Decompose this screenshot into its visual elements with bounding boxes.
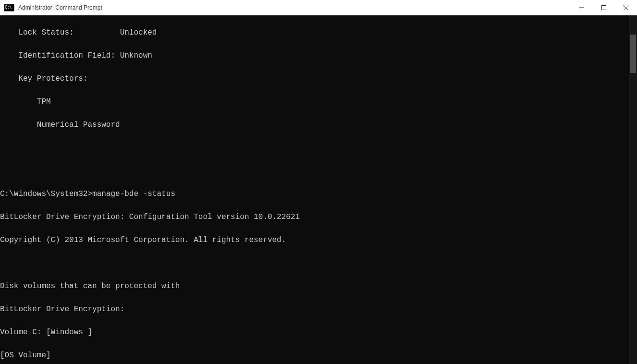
output-line: Identification Field: Unknown	[0, 50, 629, 61]
output-line: Volume C: [Windows ]	[0, 327, 629, 338]
window-title: Administrator: Command Prompt	[18, 4, 102, 11]
info-line: BitLocker Drive Encryption:	[0, 305, 124, 314]
output-line: [OS Volume]	[0, 350, 629, 361]
command-prompt-window: Administrator: Command Prompt Lock Statu…	[0, 0, 637, 364]
prompt-line: C:\Windows\System32>manage-bde -status	[0, 188, 629, 200]
output-line: TPM	[0, 96, 629, 108]
volume-type: [OS Volume]	[0, 351, 51, 360]
maximize-button[interactable]	[593, 0, 615, 15]
field-value: Unknown	[120, 51, 152, 60]
vertical-scrollbar[interactable]	[629, 15, 637, 364]
blank-line	[0, 165, 629, 177]
output-line: Key Protectors:	[0, 73, 629, 85]
maximize-icon	[601, 5, 606, 10]
svg-rect-1	[602, 5, 606, 10]
titlebar[interactable]: Administrator: Command Prompt	[0, 0, 637, 15]
close-icon	[624, 5, 628, 10]
output-line: BitLocker Drive Encryption:	[0, 303, 629, 315]
scrollbar-thumb[interactable]	[630, 35, 636, 73]
field-label: Key Protectors:	[0, 74, 87, 83]
output-line: Lock Status: Unlocked	[0, 27, 629, 38]
field-label: Identification Field:	[0, 51, 120, 60]
blank-line	[0, 257, 629, 269]
prompt: C:\Windows\System32>	[0, 190, 92, 198]
blank-line	[0, 142, 629, 154]
output-line: Disk volumes that can be protected with	[0, 280, 629, 292]
close-button[interactable]	[615, 0, 637, 15]
output-line: Numerical Password	[0, 119, 629, 131]
command-text: manage-bde -status	[92, 190, 175, 198]
volume-line: Volume C: [Windows ]	[0, 328, 92, 337]
field-value: Unlocked	[120, 28, 157, 37]
copyright-line: Copyright (C) 2013 Microsoft Corporation…	[0, 236, 286, 244]
output-line: Copyright (C) 2013 Microsoft Corporation…	[0, 234, 629, 246]
info-line: Disk volumes that can be protected with	[0, 282, 180, 291]
field-value: Numerical Password	[0, 121, 120, 129]
tool-header: BitLocker Drive Encryption: Configuratio…	[0, 213, 300, 221]
minimize-icon	[579, 5, 584, 10]
field-value: TPM	[0, 97, 51, 106]
output-line: BitLocker Drive Encryption: Configuratio…	[0, 211, 629, 223]
terminal-area: Lock Status: Unlocked Identification Fie…	[0, 15, 637, 364]
minimize-button[interactable]	[571, 0, 593, 15]
terminal-output[interactable]: Lock Status: Unlocked Identification Fie…	[0, 15, 629, 364]
cmd-icon	[4, 4, 14, 12]
field-label: Lock Status:	[0, 28, 120, 37]
